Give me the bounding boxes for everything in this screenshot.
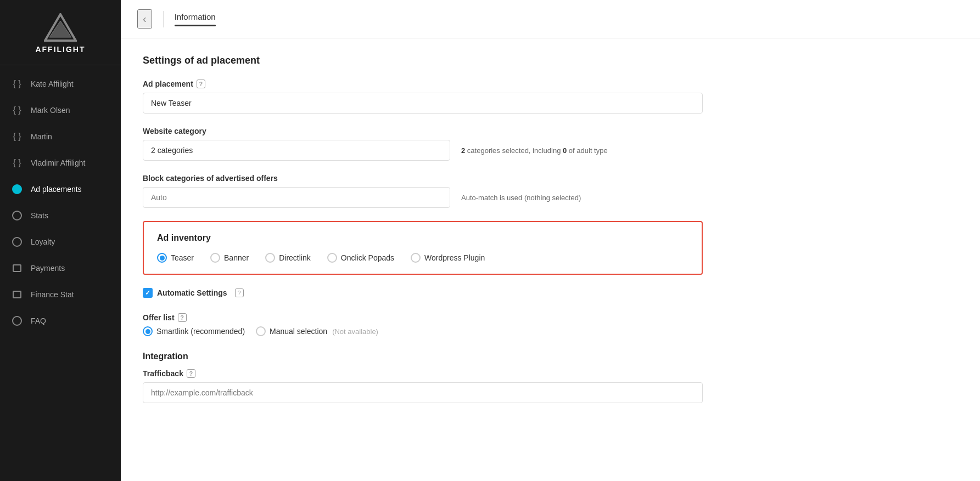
block-categories-input[interactable] xyxy=(143,187,450,208)
radio-teaser[interactable]: Teaser xyxy=(157,253,194,263)
integration-title: Integration xyxy=(143,352,703,361)
radio-circle-manual xyxy=(256,326,266,336)
ad-inventory-title: Ad inventory xyxy=(157,233,688,243)
finance-stat-icon xyxy=(11,288,23,301)
ad-placement-help-icon[interactable]: ? xyxy=(197,80,205,88)
ad-inventory-box: Ad inventory Teaser Banner Directlink xyxy=(143,221,703,275)
sidebar-item-finance-stat[interactable]: Finance Stat xyxy=(0,281,121,308)
automatic-settings-row: Automatic Settings ? xyxy=(143,288,703,298)
not-available-badge: (Not available) xyxy=(332,327,378,336)
trafficback-label-row: Trafficback ? xyxy=(143,369,703,378)
radio-circle-directlink xyxy=(265,253,275,263)
offer-list-options: Smartlink (recommended) Manual selection… xyxy=(143,326,703,336)
automatic-settings-label: Automatic Settings xyxy=(157,288,227,297)
form-area: Settings of ad placement Ad placement ? … xyxy=(121,38,725,433)
integration-group: Integration Trafficback ? xyxy=(143,352,703,403)
sidebar-item-faq[interactable]: FAQ xyxy=(0,308,121,334)
logo-icon xyxy=(44,13,77,42)
sidebar-item-martin[interactable]: { } Martin xyxy=(0,123,121,150)
website-category-hint: 2 categories selected, including 0 of ad… xyxy=(461,146,608,155)
sidebar-item-kate[interactable]: { } Kate Affilight xyxy=(0,71,121,97)
website-category-group: Website category 2 categories selected, … xyxy=(143,127,703,161)
sidebar-item-vladimir[interactable]: { } Vladimir Affilight xyxy=(0,150,121,176)
curly-icon-mark: { } xyxy=(11,104,23,116)
ad-placement-label: Ad placement ? xyxy=(143,80,703,88)
sidebar: AFFILIGHT { } Kate Affilight { } Mark Ol… xyxy=(0,0,121,481)
header-divider xyxy=(163,11,164,27)
radio-wordpress-plugin[interactable]: Wordpress Plugin xyxy=(411,253,485,263)
website-category-input[interactable] xyxy=(143,140,450,161)
block-categories-hint: Auto-match is used (nothing selected) xyxy=(461,194,581,202)
curly-icon-vladimir: { } xyxy=(11,157,23,169)
radio-circle-teaser xyxy=(157,253,167,263)
automatic-settings-help-icon[interactable]: ? xyxy=(235,288,244,297)
back-button[interactable]: ‹ xyxy=(137,9,152,29)
information-tab[interactable]: Information xyxy=(175,12,216,26)
radio-onclick-popads[interactable]: Onclick Popads xyxy=(327,253,394,263)
block-categories-group: Block categories of advertised offers Au… xyxy=(143,174,703,208)
page-header: ‹ Information xyxy=(121,0,980,38)
curly-icon-martin: { } xyxy=(11,131,23,143)
radio-manual[interactable]: Manual selection (Not available) xyxy=(256,326,378,336)
radio-banner[interactable]: Banner xyxy=(210,253,249,263)
faq-icon xyxy=(11,315,23,327)
radio-circle-smartlink xyxy=(143,326,153,336)
offer-list-group: Offer list ? Smartlink (recommended) Man… xyxy=(143,313,703,336)
section-title: Settings of ad placement xyxy=(143,55,703,66)
sidebar-item-payments[interactable]: Payments xyxy=(0,255,121,281)
radio-circle-onclick xyxy=(327,253,337,263)
ad-placement-group: Ad placement ? xyxy=(143,80,703,114)
offer-list-help-icon[interactable]: ? xyxy=(178,313,187,322)
stats-icon xyxy=(11,210,23,222)
payments-icon xyxy=(11,262,23,274)
automatic-settings-checkbox[interactable] xyxy=(143,288,153,298)
tab-underline xyxy=(175,25,216,26)
radio-directlink[interactable]: Directlink xyxy=(265,253,311,263)
radio-smartlink[interactable]: Smartlink (recommended) xyxy=(143,326,245,336)
website-category-row: 2 categories selected, including 0 of ad… xyxy=(143,140,703,161)
ad-inventory-options: Teaser Banner Directlink Onclick Popads xyxy=(157,253,688,263)
ad-placement-input[interactable] xyxy=(143,93,703,114)
block-categories-label: Block categories of advertised offers xyxy=(143,174,703,183)
block-categories-row: Auto-match is used (nothing selected) xyxy=(143,187,703,208)
website-category-label: Website category xyxy=(143,127,703,135)
main-content: ‹ Information Settings of ad placement A… xyxy=(121,0,980,481)
sidebar-nav: { } Kate Affilight { } Mark Olsen { } Ma… xyxy=(0,65,121,481)
radio-circle-banner xyxy=(210,253,220,263)
trafficback-input[interactable] xyxy=(143,382,703,403)
curly-icon-kate: { } xyxy=(11,78,23,90)
sidebar-item-stats[interactable]: Stats xyxy=(0,202,121,229)
sidebar-item-mark[interactable]: { } Mark Olsen xyxy=(0,97,121,123)
loyalty-icon xyxy=(11,236,23,248)
sidebar-item-loyalty[interactable]: Loyalty xyxy=(0,229,121,255)
logo-area: AFFILIGHT xyxy=(0,0,121,65)
offer-list-label: Offer list ? xyxy=(143,313,703,322)
radio-circle-wordpress xyxy=(411,253,421,263)
trafficback-help-icon[interactable]: ? xyxy=(187,369,195,378)
sidebar-item-ad-placements[interactable]: Ad placements xyxy=(0,176,121,202)
ad-placements-icon xyxy=(11,183,23,195)
app-name: AFFILIGHT xyxy=(35,45,85,54)
